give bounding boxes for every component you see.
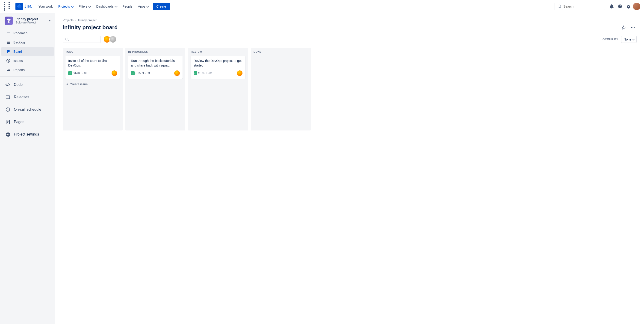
project-info: Infinity project Software Project xyxy=(16,17,46,24)
card-start-03-footer: START - 03 xyxy=(131,70,180,76)
svg-rect-5 xyxy=(7,41,10,41)
topnav-icons xyxy=(608,3,640,10)
avatar-group xyxy=(103,36,117,43)
column-review-header: REVIEW xyxy=(191,50,245,53)
sidebar-project[interactable]: Infinity project Software Project ▾ xyxy=(0,13,55,28)
card-start-03-tag: START - 03 xyxy=(131,71,150,75)
sidebar-item-backlog[interactable]: Backlog xyxy=(2,38,54,47)
project-icon xyxy=(4,16,13,25)
svg-rect-7 xyxy=(7,43,10,44)
svg-point-15 xyxy=(631,27,632,28)
svg-rect-10 xyxy=(10,50,10,52)
topnav: Jira Your work Projects Filters Dashboar… xyxy=(0,0,644,13)
sidebar-item-oncall[interactable]: On-call schedule xyxy=(0,104,55,115)
projects-dropdown-icon xyxy=(71,4,74,7)
avatar-user2[interactable] xyxy=(109,36,117,43)
create-issue-button[interactable]: + Create issue xyxy=(66,81,120,88)
create-button[interactable]: Create xyxy=(153,3,170,10)
sidebar-item-releases[interactable]: Releases xyxy=(0,91,55,103)
help-icon[interactable] xyxy=(616,3,624,10)
svg-rect-11 xyxy=(6,97,10,99)
svg-point-16 xyxy=(633,27,634,28)
card-start-01-tag: START - 01 xyxy=(194,71,212,75)
page-title: Infinity project board xyxy=(63,24,118,31)
nav-people[interactable]: People xyxy=(120,3,135,10)
card-start-01-footer: START - 01 xyxy=(194,70,242,76)
card-start-02-footer: START - 02 xyxy=(68,70,117,76)
card-start-02-tag: START - 02 xyxy=(68,71,87,75)
svg-rect-6 xyxy=(7,42,10,43)
oncall-icon xyxy=(4,107,11,112)
sidebar-item-reports[interactable]: Reports xyxy=(2,66,54,74)
backlog-icon xyxy=(6,40,10,44)
group-by-label: GROUP BY xyxy=(602,38,618,41)
card-start-02[interactable]: Invite all of the team to Jira DevOps. S… xyxy=(66,56,120,79)
column-todo: TODO Invite all of the team to Jira DevO… xyxy=(63,48,122,131)
main-layout: Infinity project Software Project ▾ Road… xyxy=(0,13,644,324)
nav-filters[interactable]: Filters xyxy=(76,3,93,10)
breadcrumb: Projects / Infinity project xyxy=(63,18,636,22)
column-review: REVIEW Review the DevOps project to get … xyxy=(188,48,248,131)
search-box[interactable] xyxy=(554,3,605,10)
card-start-01[interactable]: Review the DevOps project to get started… xyxy=(191,56,245,79)
search-input[interactable] xyxy=(563,4,602,8)
board-search-box[interactable] xyxy=(63,36,100,43)
board-search-input[interactable] xyxy=(70,37,98,41)
sidebar-item-project-settings[interactable]: Project settings xyxy=(0,129,55,140)
board-icon xyxy=(6,49,10,54)
svg-point-17 xyxy=(634,27,635,28)
breadcrumb-project[interactable]: Infinity project xyxy=(78,18,96,22)
nav-dashboards[interactable]: Dashboards xyxy=(94,3,119,10)
sidebar: Infinity project Software Project ▾ Road… xyxy=(0,13,55,324)
star-button[interactable] xyxy=(620,24,628,31)
column-inprogress-header: IN PROGRESS xyxy=(128,50,182,53)
sidebar-item-roadmap[interactable]: Roadmap xyxy=(2,29,54,37)
card-start-03-avatar xyxy=(174,70,180,76)
sidebar-project-chevron: ▾ xyxy=(49,19,50,22)
roadmap-icon xyxy=(6,31,10,35)
logo-text: Jira xyxy=(24,4,32,9)
more-options-button[interactable] xyxy=(629,24,636,31)
column-done-header: DONE xyxy=(254,50,308,53)
card-start-02-title: Invite all of the team to Jira DevOps. xyxy=(68,59,117,68)
card-start-01-title: Review the DevOps project to get started… xyxy=(194,59,242,68)
jira-logo[interactable]: Jira xyxy=(16,3,32,10)
user-avatar[interactable] xyxy=(633,3,640,10)
dashboards-dropdown-icon xyxy=(114,4,118,7)
group-by-select[interactable]: None xyxy=(621,36,636,43)
svg-rect-9 xyxy=(8,50,9,52)
story-icon xyxy=(68,71,72,75)
kanban-board: TODO Invite all of the team to Jira DevO… xyxy=(63,48,636,131)
issues-icon xyxy=(6,59,10,63)
board-toolbar: GROUP BY None xyxy=(63,36,636,43)
search-icon xyxy=(558,4,562,8)
sidebar-item-pages[interactable]: Pages xyxy=(0,116,55,128)
main-content: Projects / Infinity project Infinity pro… xyxy=(55,13,644,324)
releases-icon xyxy=(4,95,11,100)
sidebar-item-code[interactable]: Code xyxy=(0,79,55,90)
code-icon xyxy=(4,82,11,87)
card-start-01-avatar xyxy=(237,70,242,76)
grid-icon[interactable] xyxy=(4,2,13,10)
project-type: Software Project xyxy=(16,21,46,24)
page-title-row: Infinity project board xyxy=(63,24,636,31)
card-start-02-avatar xyxy=(112,70,117,76)
sidebar-item-board[interactable]: Board xyxy=(2,47,54,56)
svg-rect-3 xyxy=(7,33,9,33)
project-settings-icon xyxy=(4,132,11,137)
svg-rect-4 xyxy=(7,34,10,34)
nav-apps[interactable]: Apps xyxy=(136,3,151,10)
card-start-03-title: Run through the basic tutorials and shar… xyxy=(131,59,180,68)
nav-projects[interactable]: Projects xyxy=(56,3,76,10)
sidebar-item-issues[interactable]: Issues xyxy=(2,56,54,65)
breadcrumb-projects[interactable]: Projects xyxy=(63,18,74,22)
svg-rect-2 xyxy=(7,32,10,32)
settings-icon[interactable] xyxy=(625,3,632,10)
notifications-icon[interactable] xyxy=(608,3,616,10)
card-start-03[interactable]: Run through the basic tutorials and shar… xyxy=(128,56,182,79)
svg-marker-14 xyxy=(622,26,626,29)
reports-icon xyxy=(6,68,10,72)
nav-yourwork[interactable]: Your work xyxy=(36,3,55,10)
filters-dropdown-icon xyxy=(88,4,92,7)
board-search-icon xyxy=(66,38,69,41)
